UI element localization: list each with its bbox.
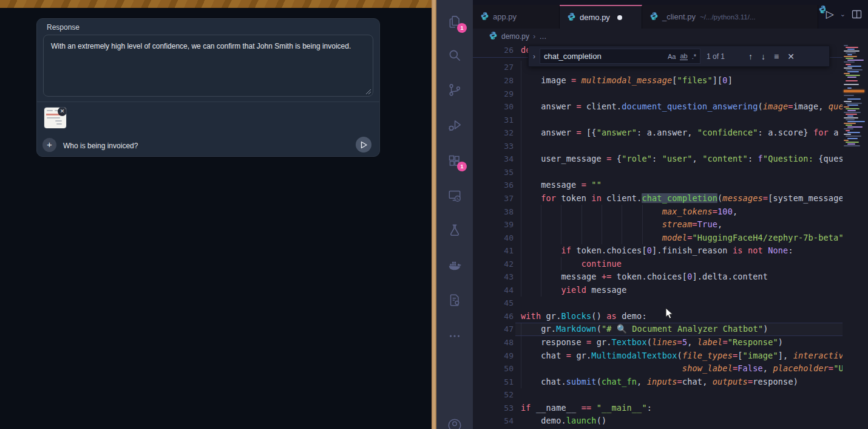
find-close-button[interactable]: ✕	[787, 52, 795, 61]
code-line[interactable]: message += token.choices[0].delta.conten…	[521, 270, 843, 284]
minimap-line	[844, 61, 855, 63]
code-line[interactable]: response = gr.Textbox(lines=5, label="Re…	[521, 336, 843, 349]
line-number[interactable]: 35	[473, 166, 514, 179]
code-line[interactable]: with gr.Blocks() as demo:	[521, 310, 843, 323]
find-in-selection-button[interactable]: ≡	[774, 52, 779, 61]
line-number[interactable]: 30	[473, 100, 514, 114]
remove-attachment-button[interactable]: ✕	[58, 108, 66, 116]
code-line[interactable]: stream=True,	[521, 218, 843, 232]
line-number[interactable]: 33	[473, 140, 514, 153]
line-number[interactable]: 45	[473, 297, 514, 310]
code-line[interactable]: user_message = {"role": "user", "content…	[521, 153, 843, 166]
more-actions-icon[interactable]	[447, 328, 463, 344]
minimap-line	[847, 77, 856, 78]
line-number[interactable]: 53	[473, 402, 514, 415]
match-case-toggle[interactable]: Aa	[668, 53, 676, 60]
code-line[interactable]: model="HuggingFaceH4/zephyr-7b-beta"	[521, 232, 843, 245]
minimap-line	[847, 121, 865, 122]
line-number[interactable]: 31	[473, 114, 514, 127]
line-number[interactable]: 32	[473, 126, 514, 140]
code-line[interactable]: for token in client.chat_completion(mess…	[521, 192, 843, 205]
line-number[interactable]: 37	[473, 192, 514, 205]
send-button[interactable]	[356, 137, 371, 153]
breadcrumb-file[interactable]: demo.py	[501, 32, 529, 41]
docker-icon[interactable]	[447, 258, 463, 273]
line-number[interactable]: 46	[473, 310, 514, 323]
line-number[interactable]: 36	[473, 179, 514, 192]
run-debug-icon[interactable]	[447, 117, 463, 133]
code-line[interactable]: yield message	[521, 284, 843, 297]
line-number[interactable]: 51	[473, 376, 514, 389]
run-dropdown-chevron-icon[interactable]: ⌄	[840, 10, 846, 18]
line-number[interactable]: 48	[473, 336, 514, 349]
tab-path-desc: ~/.../python3.11/...	[700, 13, 756, 21]
python-file-icon	[480, 12, 489, 22]
line-number[interactable]: 49	[473, 349, 514, 363]
testing-icon[interactable]	[447, 222, 463, 238]
remote-explorer-icon[interactable]	[447, 188, 463, 204]
code-line[interactable]: show_label=False, placeholder="Upload an…	[521, 362, 843, 376]
line-number[interactable]: 29	[473, 88, 514, 101]
line-number[interactable]: 39	[473, 218, 514, 232]
find-query-text[interactable]: chat_completion	[544, 52, 663, 61]
search-icon[interactable]	[447, 47, 463, 63]
run-python-file-button[interactable]: ▷	[826, 8, 834, 21]
minimap-line	[847, 110, 856, 111]
breadcrumb-more[interactable]: …	[539, 32, 546, 41]
breadcrumb[interactable]: demo.py › …	[473, 29, 868, 44]
modified-dot[interactable]	[617, 15, 622, 20]
code-line[interactable]: image = multimodal_message["files"][0]	[521, 74, 843, 88]
line-number[interactable]: 41	[473, 244, 514, 258]
line-number[interactable]: 42	[473, 258, 514, 271]
code-editor[interactable]: 26def chat_fn(multimodal_message): › cha…	[473, 44, 868, 429]
account-icon[interactable]	[447, 418, 463, 429]
minimap[interactable]	[844, 44, 864, 429]
code-line[interactable]: answer = [{"answer": a.answer, "confiden…	[521, 126, 843, 140]
code-line[interactable]: answer = client.document_question_answer…	[521, 100, 843, 114]
code-line[interactable]: continue	[521, 258, 843, 271]
tab-app-py[interactable]: app.py	[473, 5, 560, 29]
minimap-line	[846, 130, 850, 131]
chat-input-text[interactable]: Who is being invoiced?	[63, 142, 138, 150]
source-control-icon[interactable]	[447, 82, 463, 98]
line-number[interactable]: 50	[473, 362, 514, 376]
code-line[interactable]: message = ""	[521, 179, 843, 192]
file-settings-icon[interactable]	[447, 292, 463, 308]
line-number[interactable]: 52	[473, 388, 514, 402]
tab-demo-py[interactable]: demo.py	[560, 5, 642, 29]
line-number[interactable]: 43	[473, 270, 514, 284]
code-line[interactable]: chat.submit(chat_fn, inputs=chat, output…	[521, 376, 843, 389]
add-file-button[interactable]: +	[42, 138, 56, 152]
line-number[interactable]: 28	[473, 74, 514, 88]
minimap-line	[846, 114, 857, 115]
line-number[interactable]: 38	[473, 205, 514, 219]
attachment-thumbnail[interactable]: ✕	[44, 108, 66, 128]
line-number[interactable]: 54	[473, 414, 514, 428]
regex-toggle[interactable]: .*	[692, 53, 696, 60]
code-line[interactable]: if __name__ == "__main__":	[521, 402, 843, 415]
find-input[interactable]: chat_completion Aa ab .*	[540, 49, 700, 64]
resize-handle-icon[interactable]	[365, 89, 371, 95]
code-line[interactable]: gr.Markdown("# 🔍 Document Analyzer Chatb…	[521, 323, 843, 336]
desktop-wallpaper-strip	[0, 0, 432, 8]
minimap-line	[846, 136, 861, 137]
find-next-button[interactable]: ↓	[761, 52, 765, 61]
line-number[interactable]: 34	[473, 153, 514, 166]
line-number[interactable]: 47	[473, 323, 514, 336]
code-line[interactable]: demo.launch()	[521, 414, 843, 428]
tab-client-py[interactable]: _client.py ~/.../python3.11/...	[642, 5, 818, 29]
vscode-main: app.py demo.py _client.py ~/.../python3.…	[473, 0, 868, 429]
minimap-line	[844, 67, 852, 69]
code-line[interactable]: max_tokens=100,	[521, 205, 843, 219]
response-textarea[interactable]: With an extremely high level of confiden…	[43, 35, 373, 97]
split-editor-button[interactable]	[852, 9, 862, 19]
whole-word-toggle[interactable]: ab	[680, 52, 687, 60]
code-line[interactable]: if token.choices[0].finish_reason is not…	[521, 244, 843, 258]
line-number[interactable]: 40	[473, 232, 514, 245]
find-expand-chevron-icon[interactable]: ›	[529, 52, 540, 61]
line-number[interactable]: 44	[473, 284, 514, 297]
tab-overflow-sliver[interactable]	[818, 5, 826, 29]
code-line[interactable]: chat = gr.MultimodalTextbox(file_types=[…	[521, 349, 843, 363]
line-number[interactable]: 27	[473, 61, 514, 74]
find-previous-button[interactable]: ↑	[748, 52, 753, 61]
